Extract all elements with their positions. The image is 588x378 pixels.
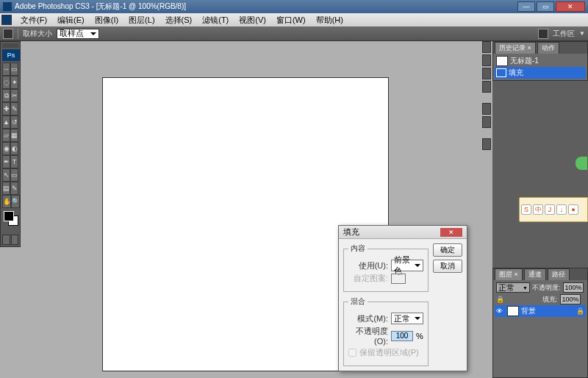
opacity-input[interactable] xyxy=(391,331,413,341)
tab-paths[interactable]: 路径 xyxy=(548,268,570,280)
move-tool[interactable]: ↔ xyxy=(2,63,10,76)
quick-mask-button[interactable] xyxy=(11,235,19,245)
lasso-tool[interactable]: ◌ xyxy=(2,76,10,89)
mode-combo[interactable]: 正常 xyxy=(391,313,423,324)
menu-view[interactable]: 视图(V) xyxy=(234,14,270,26)
window-title: Adobe Photoshop CS3 - [无标题-1 @ 100%(RGB/… xyxy=(15,1,517,12)
ime-icon[interactable]: J xyxy=(545,204,555,215)
fill-value[interactable]: 100% xyxy=(560,294,581,304)
menu-bar: 文件(F) 编辑(E) 图像(I) 图层(L) 选择(S) 滤镜(T) 视图(V… xyxy=(0,13,588,26)
main-area: Ps ↔▭ ◌✦ ⧉✂ ✚✎ ▲↺ ▱▦ ◉◐ ✒T ↖▭ ▤✎ ✋🔍 xyxy=(0,41,588,378)
use-combo[interactable]: 前景色 xyxy=(391,260,423,271)
menu-help[interactable]: 帮助(H) xyxy=(312,14,348,26)
notes-tool[interactable]: ▤ xyxy=(2,182,10,195)
current-tool-icon[interactable] xyxy=(3,29,13,39)
dock-icon-color[interactable] xyxy=(482,54,491,66)
dock-icon-para[interactable] xyxy=(482,116,491,128)
marquee-tool[interactable]: ▭ xyxy=(10,63,18,76)
side-tab-icon[interactable] xyxy=(576,157,587,170)
blend-mode-combo[interactable]: 正常 ▼ xyxy=(496,282,530,293)
maximize-button[interactable]: ▭ xyxy=(537,1,554,12)
toolbox: Ps ↔▭ ◌✦ ⧉✂ ✚✎ ▲↺ ▱▦ ◉◐ ✒T ↖▭ ▤✎ ✋🔍 xyxy=(0,41,21,247)
type-tool[interactable]: T xyxy=(10,155,18,168)
cancel-button[interactable]: 取消 xyxy=(433,260,462,273)
history-state-icon xyxy=(496,68,506,77)
visibility-eye-icon[interactable]: 👁 xyxy=(496,307,505,315)
zoom-tool[interactable]: 🔍 xyxy=(11,195,20,208)
dock-icon-char[interactable] xyxy=(482,103,491,115)
ime-toolbar[interactable]: S 中 J ↓ ● xyxy=(519,197,588,222)
ime-icon[interactable]: ↓ xyxy=(556,204,567,215)
shape-tool[interactable]: ▭ xyxy=(10,168,18,182)
workspace-tri[interactable]: ▼ xyxy=(579,30,585,37)
menu-window[interactable]: 窗口(W) xyxy=(272,14,310,26)
chevron-down-icon xyxy=(90,32,96,35)
app-icon xyxy=(1,15,12,25)
history-row[interactable]: 无标题-1 xyxy=(495,55,586,67)
chevron-down-icon xyxy=(415,317,420,320)
opacity-value[interactable]: 100% xyxy=(563,282,584,293)
dialog-titlebar[interactable]: 填充 ✕ xyxy=(339,226,467,239)
eyedropper-tool[interactable]: ✎ xyxy=(10,182,18,195)
chevron-down-icon xyxy=(415,264,420,267)
tab-channels[interactable]: 通道 xyxy=(524,268,546,280)
menu-file[interactable]: 文件(F) xyxy=(16,14,51,26)
crop-tool[interactable]: ⧉ xyxy=(2,89,10,102)
doc-thumb-icon xyxy=(496,56,508,66)
opacity-pct: % xyxy=(416,332,423,340)
path-select-tool[interactable]: ↖ xyxy=(2,168,10,182)
dock-icon-navigator[interactable] xyxy=(482,41,491,53)
menu-layer[interactable]: 图层(L) xyxy=(124,14,159,26)
heal-tool[interactable]: ✚ xyxy=(2,102,10,115)
menu-image[interactable]: 图像(I) xyxy=(90,14,123,26)
workspace-label[interactable]: 工作区 xyxy=(553,29,575,39)
slice-tool[interactable]: ✂ xyxy=(10,89,18,102)
ime-icon[interactable]: 中 xyxy=(533,204,543,215)
separator xyxy=(18,29,18,39)
custom-pattern-label: 自定图案: xyxy=(348,273,388,284)
ok-button[interactable]: 确定 xyxy=(433,243,462,257)
sample-size-label: 取样大小 xyxy=(23,29,52,39)
photoshop-logo-icon xyxy=(3,2,12,11)
blur-tool[interactable]: ◉ xyxy=(2,142,10,155)
menu-filter[interactable]: 滤镜(T) xyxy=(198,14,233,26)
window-controls: — ▭ ✕ xyxy=(517,1,585,12)
stamp-tool[interactable]: ▲ xyxy=(2,115,10,129)
history-row[interactable]: 填充 xyxy=(495,67,586,79)
fieldset-blend: 混合 模式(M): 正常 不透明度(O): % xyxy=(343,296,429,366)
hand-tool[interactable]: ✋ xyxy=(2,195,11,208)
eraser-tool[interactable]: ▱ xyxy=(2,129,10,142)
minimize-button[interactable]: — xyxy=(517,1,535,12)
ime-icon[interactable]: S xyxy=(521,204,531,215)
menu-edit[interactable]: 编辑(E) xyxy=(53,14,89,26)
ime-icon[interactable]: ● xyxy=(568,204,578,215)
sample-size-combo[interactable]: 取样点 xyxy=(57,29,99,39)
workspace-icon[interactable] xyxy=(538,29,548,39)
wand-tool[interactable]: ✦ xyxy=(10,76,18,89)
foreground-swatch[interactable] xyxy=(4,211,14,221)
dock-icon-info[interactable] xyxy=(482,138,491,150)
preserve-trans-checkbox xyxy=(348,349,356,357)
layer-row[interactable]: 👁 背景 🔒 xyxy=(495,305,586,317)
sample-size-value: 取样点 xyxy=(60,28,84,39)
tab-actions[interactable]: 动作 xyxy=(537,42,559,54)
dodge-tool[interactable]: ◐ xyxy=(10,142,18,155)
tab-history[interactable]: 历史记录 × xyxy=(495,42,536,54)
tab-layers[interactable]: 图层 × xyxy=(495,268,523,280)
use-label: 使用(U): xyxy=(348,260,388,271)
history-brush-tool[interactable]: ↺ xyxy=(10,115,18,129)
fill-label: 填充: xyxy=(542,295,558,304)
standard-mode-button[interactable] xyxy=(2,235,10,245)
gradient-tool[interactable]: ▦ xyxy=(10,129,18,142)
dialog-close-button[interactable]: ✕ xyxy=(440,228,462,237)
legend-blend: 混合 xyxy=(348,296,368,307)
dock-icon-swatches[interactable] xyxy=(482,68,491,79)
close-button[interactable]: ✕ xyxy=(556,1,585,12)
menu-select[interactable]: 选择(S) xyxy=(161,14,197,26)
quick-mask-toggle xyxy=(2,235,18,245)
mode-label: 模式(M): xyxy=(348,313,388,324)
dock-icon-styles[interactable] xyxy=(482,81,491,93)
pen-tool[interactable]: ✒ xyxy=(2,155,10,168)
brush-tool[interactable]: ✎ xyxy=(10,102,18,115)
panel-grip[interactable] xyxy=(2,43,18,48)
